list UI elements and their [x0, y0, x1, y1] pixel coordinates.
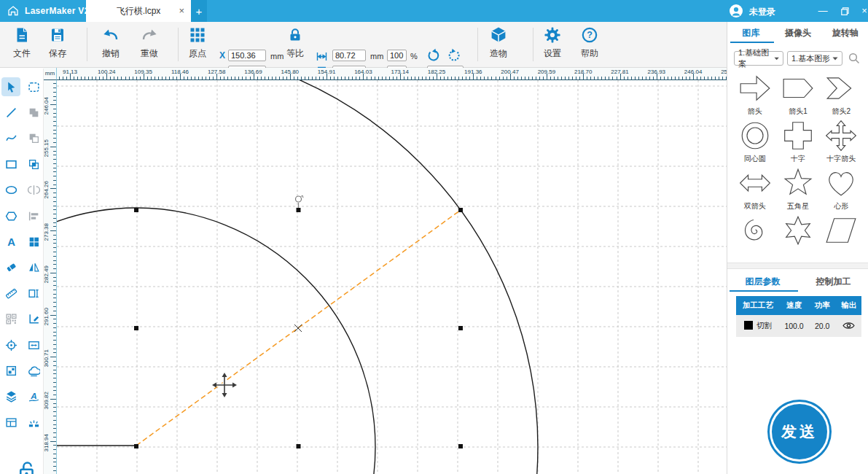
proportional-lock-button[interactable]: 等比	[281, 26, 309, 60]
ruler-label: 136.69	[244, 69, 262, 75]
gallery-item-cross-arrows[interactable]: 十字箭头	[820, 119, 863, 166]
gallery-item-heart[interactable]: 心形	[820, 166, 863, 214]
toolbar-divider	[477, 28, 478, 61]
redo-button[interactable]: 重做	[133, 26, 165, 60]
user-avatar-icon[interactable]	[729, 4, 743, 21]
layer-speed[interactable]: 100.0	[780, 315, 808, 337]
rotate-cw-icon[interactable]	[446, 48, 462, 67]
home-icon[interactable]	[7, 5, 19, 20]
undo-button[interactable]: 撤销	[95, 26, 127, 60]
selection-handle[interactable]	[458, 444, 463, 448]
tool-text[interactable]: A	[1, 232, 20, 251]
tool-ellipse[interactable]	[1, 181, 20, 200]
gallery-item-arrow2[interactable]: 箭头2	[820, 71, 863, 119]
tool-ruler[interactable]	[1, 284, 20, 303]
ruler-label: 91.13	[63, 69, 77, 75]
rotate-ccw-icon[interactable]	[426, 48, 442, 67]
close-button[interactable]: ×	[859, 5, 868, 16]
tool-line[interactable]	[1, 103, 20, 122]
tool-polygon[interactable]	[1, 206, 20, 225]
move-cursor	[212, 373, 237, 397]
tool-angle-pen[interactable]	[24, 310, 43, 329]
tool-select[interactable]	[1, 77, 20, 96]
tool-rectangle[interactable]	[1, 155, 20, 174]
selection-handle[interactable]	[134, 208, 138, 212]
category-dropdown[interactable]: 1.基础图案	[734, 51, 783, 66]
gallery-item-arrow[interactable]: 箭头	[733, 71, 776, 119]
login-status[interactable]: 未登录	[749, 6, 775, 18]
tool-array[interactable]	[24, 232, 43, 251]
tool-intersect[interactable]	[24, 155, 43, 174]
gallery-item-star5[interactable]: 五角星	[776, 166, 819, 214]
tool-dimension[interactable]	[24, 284, 43, 303]
tool-curve[interactable]	[1, 129, 20, 148]
tool-align[interactable]	[24, 206, 43, 225]
gallery-item-arrow1[interactable]: 箭头1	[776, 71, 819, 119]
eraser-icon	[5, 261, 17, 273]
ruler-label: 273.38	[44, 219, 50, 241]
save-button[interactable]: 保存	[42, 26, 74, 60]
maximize-button[interactable]	[839, 7, 851, 18]
undo-icon	[101, 26, 120, 44]
inner-circle-shape[interactable]	[57, 208, 375, 474]
layer-row[interactable]: 切割100.020.0	[736, 315, 861, 337]
rotation-handle[interactable]	[296, 195, 304, 208]
minimize-button[interactable]: —	[817, 5, 829, 16]
script-text-icon: A	[28, 390, 40, 403]
tool-cloud[interactable]	[24, 361, 43, 380]
gallery-item-spiral[interactable]	[733, 214, 776, 260]
tool-stretch[interactable]	[24, 335, 43, 354]
tool-layers[interactable]	[1, 387, 20, 406]
selection-handle[interactable]	[134, 326, 138, 330]
tool-qrcode[interactable]	[1, 310, 20, 329]
help-button[interactable]: ? 帮助	[574, 26, 606, 60]
tool-mirror[interactable]	[24, 258, 43, 277]
tool-table[interactable]	[1, 413, 20, 432]
file-button[interactable]: 文件	[6, 26, 38, 60]
ruler-label: 218.70	[574, 69, 592, 75]
tab-library[interactable]: 图库	[727, 25, 775, 42]
svg-text:?: ?	[587, 30, 593, 40]
tool-unlock[interactable]	[16, 459, 38, 474]
tool-origin-point[interactable]	[1, 335, 20, 354]
selection-handle[interactable]	[297, 444, 301, 448]
gallery-item-concentric-circles[interactable]: 同心圆	[733, 119, 776, 166]
tool-image[interactable]	[1, 361, 20, 380]
gallery-item-star6[interactable]	[776, 214, 819, 260]
x-position-input[interactable]	[228, 50, 266, 61]
settings-button[interactable]: 设置	[536, 26, 568, 60]
width-input[interactable]	[332, 50, 366, 61]
tab-control-process[interactable]: 控制加工	[798, 273, 868, 291]
x-label: X	[219, 50, 225, 61]
tab-close-icon[interactable]: ×	[179, 5, 184, 16]
selection-handle[interactable]	[297, 208, 301, 212]
tool-divide[interactable]	[24, 181, 43, 200]
subcategory-dropdown[interactable]: 1.基本图形	[787, 51, 842, 66]
tool-subtract[interactable]	[24, 129, 43, 148]
gallery-item-double-arrow[interactable]: 双箭头	[733, 166, 776, 214]
layer-power[interactable]: 20.0	[808, 315, 836, 337]
gallery-item-cross[interactable]: 十字	[776, 119, 819, 166]
send-button[interactable]: 发送	[767, 400, 832, 464]
tool-marquee[interactable]	[24, 77, 43, 96]
layer-color-swatch[interactable]	[744, 321, 753, 330]
tool-union[interactable]	[24, 103, 43, 122]
tab-layer-params[interactable]: 图层参数	[727, 273, 798, 291]
selection-handle[interactable]	[458, 326, 463, 330]
tab-camera[interactable]: 摄像头	[775, 25, 822, 42]
selection-handle[interactable]	[134, 444, 138, 448]
eye-icon[interactable]	[842, 321, 855, 330]
document-tab[interactable]: 飞行棋.lcpx ×	[86, 0, 191, 22]
origin-button[interactable]: 原点	[181, 26, 214, 60]
tool-eraser[interactable]	[1, 258, 20, 277]
width-percent-input[interactable]	[387, 50, 407, 61]
tab-rotary-axis[interactable]: 旋转轴	[821, 25, 868, 42]
gallery-item-parallelogram[interactable]	[820, 214, 863, 260]
search-icon[interactable]	[848, 53, 860, 67]
new-tab-button[interactable]: +	[191, 0, 207, 22]
create-button[interactable]: 造物	[482, 26, 515, 60]
drawing-canvas[interactable]	[57, 80, 727, 474]
selection-handle[interactable]	[458, 208, 463, 212]
tool-script-text[interactable]: A	[24, 387, 43, 406]
tool-break-apart[interactable]	[24, 413, 43, 432]
